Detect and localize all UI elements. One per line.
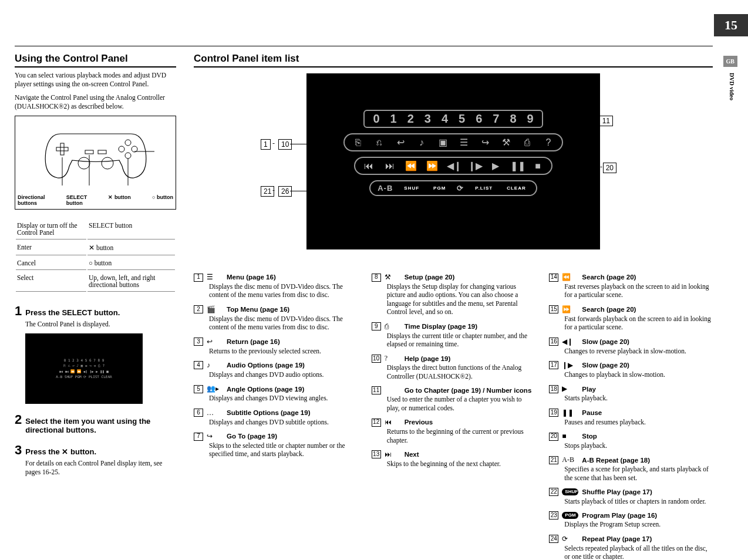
- item-icon: ⟳: [562, 535, 578, 544]
- list-item: 8⚒Setup (page 20)Displays the Setup disp…: [372, 273, 535, 316]
- region-tab: GB: [723, 56, 737, 67]
- list-item: 21A-BA-B Repeat (page 18)Specifies a sce…: [549, 456, 713, 482]
- list-item: 3↩Return (page 16)Returns to the previou…: [194, 338, 358, 355]
- item-title: Search (page 20): [582, 305, 636, 313]
- list-item: 23PGMProgram Play (page 16)Displays the …: [549, 511, 713, 529]
- item-icon: ▶: [562, 384, 578, 393]
- ref-number: 21: [549, 456, 558, 464]
- top-menu-icon: ⎌: [373, 137, 386, 148]
- svg-rect-1: [56, 147, 68, 151]
- table-row: Cancel○ button: [16, 257, 175, 270]
- list-item: 7↪Go To (page 19)Skips to the selected t…: [194, 432, 358, 458]
- ref-number: 22: [549, 488, 558, 496]
- svg-rect-9: [98, 150, 106, 154]
- item-icon: ❙▶: [562, 361, 578, 370]
- item-title: Play: [582, 385, 596, 393]
- item-description: Pauses and resumes playback.: [564, 418, 713, 426]
- list-item: 13⏭NextSkips to the beginning of the nex…: [372, 450, 535, 468]
- ref-number: 10: [372, 355, 381, 363]
- list-item: 1☰Menu (page 16)Displays the disc menu o…: [194, 273, 358, 299]
- item-description: Displays the current title or chapter nu…: [387, 332, 535, 349]
- pause-icon: ❚❚: [510, 160, 523, 171]
- heading-using-control-panel: Using the Control Panel: [15, 53, 176, 68]
- item-title: Go to Chapter (page 19) / Number icons: [405, 386, 532, 394]
- item-description: Specifies a scene for playback, and star…: [564, 465, 713, 482]
- ref-number: 13: [372, 450, 381, 458]
- ref-number: 18: [549, 385, 558, 393]
- item-title: Stop: [582, 432, 597, 440]
- stop-icon: ■: [531, 161, 544, 171]
- item-icon: ☰: [207, 273, 223, 282]
- table-row: Enter✕ button: [16, 241, 175, 255]
- list-item: 19❚❚PausePauses and resumes playback.: [549, 409, 713, 426]
- number-icons-row: 0 1 2 3 4 5 6 7 8 9: [363, 110, 543, 128]
- playback-icons-row: ⏮ ⏭ ⏪ ⏩ ◀❙ ❙▶ ▶ ❚❚ ■: [354, 157, 552, 175]
- slow-fwd-icon: ❙▶: [468, 160, 481, 171]
- item-title: Top Menu (page 16): [227, 305, 289, 313]
- callout-26: 26: [278, 186, 292, 197]
- item-icon: ⎙: [385, 322, 401, 331]
- ref-number: 12: [372, 419, 381, 427]
- item-title: Slow (page 20): [582, 361, 629, 369]
- menu-icon: ⎘: [352, 137, 365, 148]
- list-item: 14⏪Search (page 20)Fast reverses playbac…: [549, 273, 713, 299]
- item-icon: 👥▸: [207, 384, 223, 393]
- list-item: 4♪Audio Options (page 19)Displays and ch…: [194, 361, 358, 379]
- page-number: 15: [714, 14, 748, 36]
- item-title: Slow (page 20): [582, 338, 629, 346]
- button-function-table: Display or turn off the Control PanelSEL…: [15, 218, 176, 293]
- item-title: Go To (page 19): [227, 432, 277, 440]
- item-title: Pause: [582, 409, 602, 417]
- prev-icon: ⏮: [362, 161, 375, 171]
- item-title: Search (page 20): [582, 273, 636, 281]
- item-description: Fast reverses playback on the screen to …: [564, 282, 713, 299]
- item-icon: ⏩: [562, 305, 578, 314]
- item-icon: ❚❚: [562, 409, 578, 417]
- svg-rect-0: [60, 143, 64, 155]
- label-directional: Directional buttons: [18, 195, 45, 207]
- control-panel-figure: 1 - 10 21 - 26 11 12 - 20: [194, 73, 713, 249]
- controller-icon: [37, 122, 154, 187]
- item-title: Help (page 19): [405, 355, 451, 363]
- subtitle-icon: ☰: [457, 137, 470, 148]
- program-icon: PGM: [430, 185, 449, 191]
- item-title: Time Display (page 19): [405, 322, 477, 330]
- item-title: Subtitle Options (page 19): [227, 409, 310, 417]
- item-title: Return (page 16): [227, 338, 280, 346]
- item-title: Menu (page 16): [227, 273, 276, 281]
- mode-icons-row: A-B SHUF PGM ⟳ P.LIST CLEAR: [369, 180, 537, 196]
- next-icon: ⏭: [383, 161, 396, 171]
- item-icon: ■: [562, 432, 578, 441]
- ref-number: 5: [194, 385, 203, 393]
- item-title: Audio Options (page 19): [227, 361, 305, 369]
- svg-rect-8: [85, 150, 93, 154]
- ref-number: 7: [194, 433, 203, 441]
- item-icon: A-B: [562, 456, 578, 464]
- list-item: 15⏩Search (page 20)Fast forwards playbac…: [549, 305, 713, 332]
- search-back-icon: ⏪: [405, 160, 417, 171]
- item-description: Displays the direct button functions of …: [387, 363, 535, 380]
- item-icon: ↪: [207, 432, 223, 441]
- mini-control-panel-preview: 0 1 2 3 4 5 6 7 8 9 ⎘ ⎌ ↩ ♪ ▣ ☰ ↪ ⚒ ⎙ ? …: [25, 333, 143, 404]
- item-description: Stops playback.: [564, 441, 713, 450]
- ref-number: 8: [372, 274, 381, 282]
- item-description: Displays the Setup display for changing …: [387, 282, 535, 316]
- menu-icons-row: ⎘ ⎌ ↩ ♪ ▣ ☰ ↪ ⚒ ⎙ ?: [343, 133, 563, 151]
- list-item: 20■StopStops playback.: [549, 432, 713, 450]
- item-description: Used to enter the number of a chapter yo…: [387, 395, 535, 412]
- ref-number: 16: [549, 338, 558, 346]
- intro-text-1: You can select various playback modes an…: [15, 71, 176, 89]
- step-1: 1Press the SELECT button. The Control Pa…: [15, 303, 176, 404]
- item-description: Skips to the beginning of the next chapt…: [387, 460, 535, 468]
- svg-point-2: [125, 140, 131, 146]
- ref-number: 9: [372, 322, 381, 330]
- item-description: Fast forwards playback on the screen to …: [564, 315, 713, 332]
- search-fwd-icon: ⏩: [426, 160, 439, 171]
- callout-11: 11: [599, 116, 613, 126]
- item-icon: ◀❙: [562, 338, 578, 346]
- ab-repeat-icon: A-B: [378, 184, 393, 193]
- table-row: SelectUp, down, left, and right directio…: [16, 271, 175, 292]
- ref-number: 6: [194, 409, 203, 417]
- item-title: Setup (page 20): [405, 273, 455, 281]
- list-item: 9⎙Time Display (page 19)Displays the cur…: [372, 322, 535, 349]
